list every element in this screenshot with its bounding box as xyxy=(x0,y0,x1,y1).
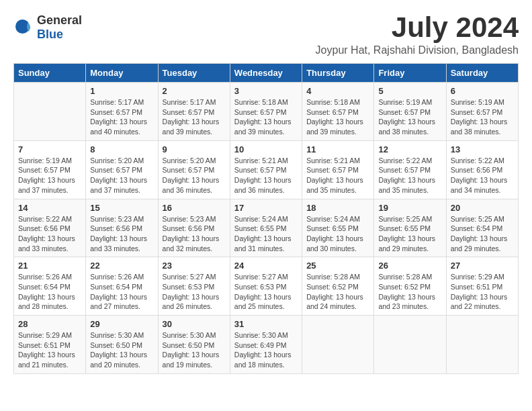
weekday-header-tuesday: Tuesday xyxy=(158,64,230,83)
day-detail: Sunrise: 5:19 AMSunset: 6:57 PMDaylight:… xyxy=(18,156,81,195)
day-number: 10 xyxy=(234,144,298,154)
day-number: 9 xyxy=(163,144,226,154)
day-detail: Sunrise: 5:19 AMSunset: 6:57 PMDaylight:… xyxy=(451,97,514,137)
day-detail: Sunrise: 5:30 AMSunset: 6:49 PMDaylight:… xyxy=(234,330,298,370)
day-cell: 9Sunrise: 5:20 AMSunset: 6:57 PMDaylight… xyxy=(158,140,230,199)
weekday-header-sunday: Sunday xyxy=(14,64,86,83)
day-cell: 2Sunrise: 5:17 AMSunset: 6:57 PMDaylight… xyxy=(158,83,230,141)
day-number: 24 xyxy=(234,261,298,271)
day-detail: Sunrise: 5:27 AMSunset: 6:53 PMDaylight:… xyxy=(234,272,298,312)
day-cell: 1Sunrise: 5:17 AMSunset: 6:57 PMDaylight… xyxy=(86,83,158,141)
day-number: 13 xyxy=(451,144,514,154)
day-detail: Sunrise: 5:19 AMSunset: 6:57 PMDaylight:… xyxy=(378,97,441,137)
day-detail: Sunrise: 5:20 AMSunset: 6:57 PMDaylight:… xyxy=(163,156,226,195)
day-detail: Sunrise: 5:25 AMSunset: 6:54 PMDaylight:… xyxy=(451,214,514,254)
day-cell: 24Sunrise: 5:27 AMSunset: 6:53 PMDayligh… xyxy=(230,257,302,316)
day-cell: 26Sunrise: 5:28 AMSunset: 6:52 PMDayligh… xyxy=(374,257,446,316)
location: Joypur Hat, Rajshahi Division, Banglades… xyxy=(316,44,519,56)
day-detail: Sunrise: 5:17 AMSunset: 6:57 PMDaylight:… xyxy=(163,97,226,137)
day-cell: 14Sunrise: 5:22 AMSunset: 6:56 PMDayligh… xyxy=(14,199,86,257)
logo-blue: Blue xyxy=(37,28,82,42)
day-number: 15 xyxy=(90,203,153,213)
day-cell: 5Sunrise: 5:19 AMSunset: 6:57 PMDaylight… xyxy=(374,83,446,141)
day-cell: 27Sunrise: 5:29 AMSunset: 6:51 PMDayligh… xyxy=(446,257,518,316)
day-cell: 21Sunrise: 5:26 AMSunset: 6:54 PMDayligh… xyxy=(14,257,86,316)
weekday-header-saturday: Saturday xyxy=(446,64,518,83)
day-number: 7 xyxy=(18,144,81,154)
day-cell xyxy=(302,316,374,374)
day-cell xyxy=(446,316,518,374)
day-number: 14 xyxy=(18,203,81,213)
day-cell: 20Sunrise: 5:25 AMSunset: 6:54 PMDayligh… xyxy=(446,199,518,257)
day-detail: Sunrise: 5:25 AMSunset: 6:55 PMDaylight:… xyxy=(378,214,441,254)
day-number: 25 xyxy=(306,261,369,271)
day-cell: 12Sunrise: 5:22 AMSunset: 6:57 PMDayligh… xyxy=(374,140,446,199)
weekday-header-friday: Friday xyxy=(374,64,446,83)
day-number: 26 xyxy=(378,261,441,271)
day-detail: Sunrise: 5:24 AMSunset: 6:55 PMDaylight:… xyxy=(234,214,298,254)
day-cell: 28Sunrise: 5:29 AMSunset: 6:51 PMDayligh… xyxy=(14,316,86,374)
day-detail: Sunrise: 5:24 AMSunset: 6:55 PMDaylight:… xyxy=(306,214,369,254)
day-cell: 29Sunrise: 5:30 AMSunset: 6:50 PMDayligh… xyxy=(86,316,158,374)
day-detail: Sunrise: 5:26 AMSunset: 6:54 PMDaylight:… xyxy=(18,272,81,312)
day-cell xyxy=(14,83,86,141)
day-number: 6 xyxy=(451,86,514,96)
day-number: 23 xyxy=(163,261,226,271)
day-number: 3 xyxy=(234,86,298,96)
day-number: 11 xyxy=(306,144,369,154)
day-cell: 4Sunrise: 5:18 AMSunset: 6:57 PMDaylight… xyxy=(302,83,374,141)
day-detail: Sunrise: 5:23 AMSunset: 6:56 PMDaylight:… xyxy=(90,214,153,254)
day-cell: 18Sunrise: 5:24 AMSunset: 6:55 PMDayligh… xyxy=(302,199,374,257)
day-number: 18 xyxy=(306,203,369,213)
month-title: July 2024 xyxy=(316,13,519,42)
day-detail: Sunrise: 5:30 AMSunset: 6:50 PMDaylight:… xyxy=(90,330,153,370)
day-number: 28 xyxy=(18,319,81,329)
day-number: 20 xyxy=(451,203,514,213)
day-detail: Sunrise: 5:28 AMSunset: 6:52 PMDaylight:… xyxy=(378,272,441,312)
day-cell: 6Sunrise: 5:19 AMSunset: 6:57 PMDaylight… xyxy=(446,83,518,141)
day-number: 30 xyxy=(163,319,226,329)
day-cell: 3Sunrise: 5:18 AMSunset: 6:57 PMDaylight… xyxy=(230,83,302,141)
weekday-header-wednesday: Wednesday xyxy=(230,64,302,83)
day-detail: Sunrise: 5:29 AMSunset: 6:51 PMDaylight:… xyxy=(18,330,81,370)
day-detail: Sunrise: 5:28 AMSunset: 6:52 PMDaylight:… xyxy=(306,272,369,312)
day-number: 12 xyxy=(378,144,441,154)
day-number: 16 xyxy=(163,203,226,213)
day-number: 19 xyxy=(378,203,441,213)
day-number: 5 xyxy=(378,86,441,96)
day-number: 21 xyxy=(18,261,81,271)
day-detail: Sunrise: 5:17 AMSunset: 6:57 PMDaylight:… xyxy=(90,97,153,137)
weekday-header-thursday: Thursday xyxy=(302,64,374,83)
day-detail: Sunrise: 5:20 AMSunset: 6:57 PMDaylight:… xyxy=(90,156,153,195)
day-detail: Sunrise: 5:29 AMSunset: 6:51 PMDaylight:… xyxy=(451,272,514,312)
week-row-4: 21Sunrise: 5:26 AMSunset: 6:54 PMDayligh… xyxy=(14,257,519,316)
week-row-3: 14Sunrise: 5:22 AMSunset: 6:56 PMDayligh… xyxy=(14,199,519,257)
logo-icon xyxy=(13,17,34,38)
day-detail: Sunrise: 5:21 AMSunset: 6:57 PMDaylight:… xyxy=(234,156,298,195)
day-detail: Sunrise: 5:23 AMSunset: 6:56 PMDaylight:… xyxy=(163,214,226,254)
day-cell: 16Sunrise: 5:23 AMSunset: 6:56 PMDayligh… xyxy=(158,199,230,257)
day-number: 17 xyxy=(234,203,298,213)
logo-text: General Blue xyxy=(37,13,82,42)
day-detail: Sunrise: 5:26 AMSunset: 6:54 PMDaylight:… xyxy=(90,272,153,312)
day-cell: 13Sunrise: 5:22 AMSunset: 6:56 PMDayligh… xyxy=(446,140,518,199)
day-cell: 31Sunrise: 5:30 AMSunset: 6:49 PMDayligh… xyxy=(230,316,302,374)
weekday-header-monday: Monday xyxy=(86,64,158,83)
day-number: 8 xyxy=(90,144,153,154)
day-detail: Sunrise: 5:21 AMSunset: 6:57 PMDaylight:… xyxy=(306,156,369,195)
day-cell: 25Sunrise: 5:28 AMSunset: 6:52 PMDayligh… xyxy=(302,257,374,316)
calendar-table: SundayMondayTuesdayWednesdayThursdayFrid… xyxy=(13,63,519,374)
day-cell: 7Sunrise: 5:19 AMSunset: 6:57 PMDaylight… xyxy=(14,140,86,199)
day-number: 29 xyxy=(90,319,153,329)
day-number: 31 xyxy=(234,319,298,329)
day-cell: 10Sunrise: 5:21 AMSunset: 6:57 PMDayligh… xyxy=(230,140,302,199)
day-detail: Sunrise: 5:30 AMSunset: 6:50 PMDaylight:… xyxy=(163,330,226,370)
day-cell: 8Sunrise: 5:20 AMSunset: 6:57 PMDaylight… xyxy=(86,140,158,199)
day-cell: 15Sunrise: 5:23 AMSunset: 6:56 PMDayligh… xyxy=(86,199,158,257)
day-detail: Sunrise: 5:22 AMSunset: 6:57 PMDaylight:… xyxy=(378,156,441,195)
day-cell: 19Sunrise: 5:25 AMSunset: 6:55 PMDayligh… xyxy=(374,199,446,257)
logo: General Blue xyxy=(13,13,82,42)
day-detail: Sunrise: 5:22 AMSunset: 6:56 PMDaylight:… xyxy=(18,214,81,254)
day-cell: 17Sunrise: 5:24 AMSunset: 6:55 PMDayligh… xyxy=(230,199,302,257)
week-row-5: 28Sunrise: 5:29 AMSunset: 6:51 PMDayligh… xyxy=(14,316,519,374)
